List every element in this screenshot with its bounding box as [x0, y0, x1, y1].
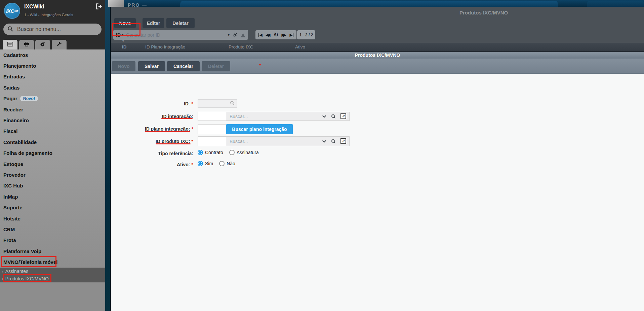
sidebar-item-fiscal[interactable]: Fiscal [0, 126, 105, 137]
tab-settings[interactable] [35, 40, 50, 49]
sidebar-item-suporte[interactable]: Suporte [0, 202, 105, 213]
form-novo-button[interactable]: Novo [112, 61, 135, 71]
tipo-referencia-option-label[interactable]: Contrato [205, 150, 223, 155]
form-cancelar-button[interactable]: Cancelar [167, 61, 200, 71]
sidebar-item-frota[interactable]: Frota [0, 235, 105, 246]
ixcsoft-logo: IXCsoft [4, 3, 20, 19]
ativo-radio-n-o[interactable] [219, 161, 225, 166]
background-tab-right[interactable] [587, 1, 644, 7]
id-produto-placeholder[interactable]: Buscar... [226, 139, 322, 144]
sidebar-item-label: Estoque [3, 161, 23, 167]
search-icon[interactable] [331, 114, 336, 119]
chevron-down-icon[interactable] [322, 115, 326, 118]
grid-novo-button[interactable]: Novo [114, 18, 136, 28]
label-tipo-referencia: Tipo referência: [111, 151, 193, 156]
form-deletar-button[interactable]: Deletar [202, 61, 230, 71]
label-id: ID:* [111, 101, 193, 106]
pager-refresh-icon[interactable]: ↻ [274, 32, 278, 38]
pager-prev-button[interactable]: ◀◀ [266, 33, 269, 37]
sidebar-item-estoque[interactable]: Estoque [0, 159, 105, 169]
sidebar-item-label: Folha de pagamento [3, 150, 52, 156]
sidebar-item-label: Cadastros [3, 52, 28, 58]
column-header-id-plano-integra-o[interactable]: ID Plano Integração [145, 44, 185, 49]
tipo-referencia-radio-assinatura[interactable] [229, 150, 235, 155]
label-id-produto: ID produto IXC:* [111, 139, 193, 144]
sidebar-subitem-produtos-ixc-mvno[interactable]: ›Produtos IXC/MVNO [0, 275, 105, 283]
tab-favicon [108, 0, 124, 7]
grid-editar-button[interactable]: Editar [143, 18, 164, 28]
sidebar-item-folha-de-pagamento[interactable]: Folha de pagamento [0, 148, 105, 159]
sidebar-item-inmap[interactable]: InMap [0, 191, 105, 202]
logout-icon[interactable] [95, 3, 103, 10]
sidebar-item-label: MVNO/Telefonia móvel [3, 259, 57, 265]
ativo-group: SimNão [198, 161, 239, 166]
column-header-produto-ixc[interactable]: Produto IXC [229, 44, 253, 49]
column-header-id[interactable]: ID [122, 44, 127, 49]
chevron-right-icon: › [2, 276, 3, 281]
menu-search[interactable] [3, 24, 102, 35]
sidebar-item-provedor[interactable]: Provedor [0, 169, 105, 180]
tipo-referencia-radio-contrato[interactable] [198, 150, 203, 155]
wrench-icon [57, 41, 62, 48]
dropdown-caret-icon[interactable]: ▾ [228, 33, 230, 37]
ativo-option-label[interactable]: Sim [205, 161, 213, 166]
id-produto-input[interactable] [198, 137, 224, 146]
sidebar-item-label: Financeiro [3, 117, 29, 123]
sidebar-item-entradas[interactable]: Entradas [0, 71, 105, 82]
sidebar-item-planejamento[interactable]: Planejamento [0, 60, 105, 71]
tab-print[interactable] [19, 40, 34, 49]
required-marker: * [259, 63, 261, 68]
grid-search-input[interactable] [125, 32, 225, 38]
advanced-filter-icon[interactable] [233, 32, 238, 37]
sidebar-item-cadastros[interactable]: Cadastros [0, 49, 105, 60]
sidebar-subitem-label: Assinantes [5, 269, 28, 274]
sidebar-item-mvno-telefonia-m-vel[interactable]: MVNO/Telefonia móvel [0, 256, 105, 267]
search-icon[interactable] [331, 139, 336, 144]
sidebar-item-saidas[interactable]: Saidas [0, 82, 105, 93]
chevron-down-icon[interactable] [322, 140, 326, 143]
export-download-icon[interactable] [241, 33, 245, 37]
edit-panel-title: Produtos IXC/MVNO [355, 53, 400, 58]
sidebar-item-label: Hotsite [3, 216, 21, 221]
sidebar-item-financeiro[interactable]: Financeiro [0, 115, 105, 126]
background-tab[interactable] [180, 1, 558, 7]
pager-first-button[interactable]: ◀ [258, 33, 262, 37]
id-integracao-placeholder[interactable]: Buscar... [226, 114, 322, 119]
buscar-plano-button[interactable]: Buscar plano integração [226, 124, 293, 134]
menu-search-input[interactable] [16, 26, 94, 33]
sidebar-item-hotsite[interactable]: Hotsite [0, 213, 105, 224]
sidebar-subitem-assinantes[interactable]: ›Assinantes [0, 268, 105, 275]
tab-tools[interactable] [52, 40, 67, 49]
sidebar-item-contabilidade[interactable]: Contabilidade [0, 137, 105, 147]
column-header-ativo[interactable]: Ativo [295, 44, 305, 49]
edit-panel-header: Produtos IXC/MVNO [111, 52, 644, 59]
sidebar-item-label: Provedor [3, 172, 26, 178]
sidebar-item-plataforma-voip[interactable]: Plataforma Voip [0, 246, 105, 256]
form-salvar-button[interactable]: Salvar [138, 61, 165, 71]
id-integracao-input[interactable] [198, 112, 224, 120]
grid-deletar-button[interactable]: Deletar [166, 18, 195, 28]
logo-subtext: soft [14, 10, 18, 12]
open-register-icon[interactable]: ↗ [340, 113, 346, 119]
id-plano-input[interactable] [198, 124, 226, 134]
search-icon [7, 26, 13, 33]
grid-search-bar[interactable]: ID ▾ ▾ [113, 30, 248, 40]
sidebar-header: IXCsoft IXCWiki 1 - Wiki - Integrações G… [0, 0, 105, 49]
search-field-selector[interactable]: ID [116, 32, 121, 38]
sidebar-item-ixc-hub[interactable]: IXC Hub [0, 180, 105, 191]
sidebar-item-receber[interactable]: Receber [0, 104, 105, 115]
pager-last-button[interactable]: ▶ [289, 33, 293, 37]
sidebar-item-label: InMap [3, 194, 18, 200]
open-register-icon[interactable]: ↗ [340, 138, 346, 144]
page-frame-strip [105, 0, 111, 311]
pager-next-button[interactable]: ▶▶ [282, 33, 285, 37]
ativo-option-label[interactable]: Não [227, 161, 235, 166]
sidebar-item-crm[interactable]: CRM [0, 224, 105, 235]
label-ativo: Ativo:* [111, 162, 193, 167]
tab-menu[interactable] [3, 40, 17, 49]
tipo-referencia-option-label[interactable]: Assinatura [237, 150, 259, 155]
sidebar-item-pagar[interactable]: PagarNovo! [0, 93, 105, 104]
ativo-radio-sim[interactable] [198, 161, 203, 166]
sidebar-item-label: Contabilidade [3, 139, 37, 145]
sidebar-submenu: ›Assinantes›Produtos IXC/MVNO [0, 268, 105, 282]
